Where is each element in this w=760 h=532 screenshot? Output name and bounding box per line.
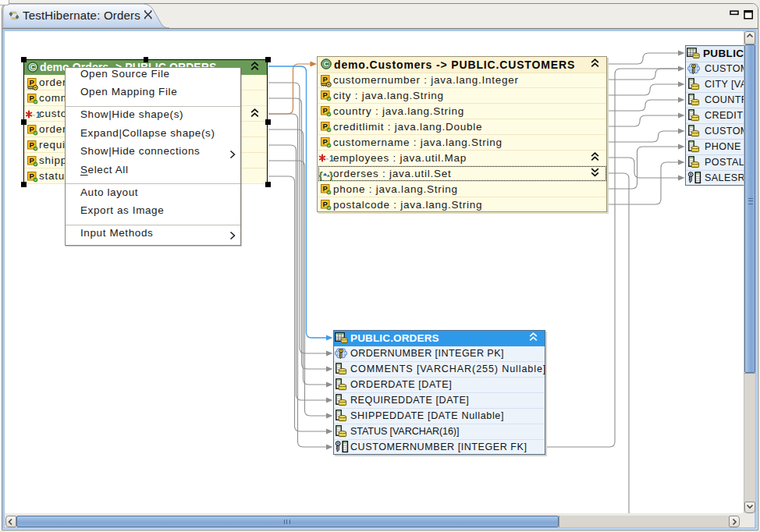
svg-text:1: 1	[329, 154, 334, 163]
svg-text:}: }	[329, 169, 333, 181]
svg-text:P: P	[322, 75, 328, 83]
svg-text:C: C	[30, 63, 36, 71]
svg-text:{: {	[319, 169, 323, 181]
svg-text:C: C	[324, 60, 329, 68]
svg-text:1: 1	[36, 110, 41, 119]
svg-text:P: P	[29, 78, 34, 87]
